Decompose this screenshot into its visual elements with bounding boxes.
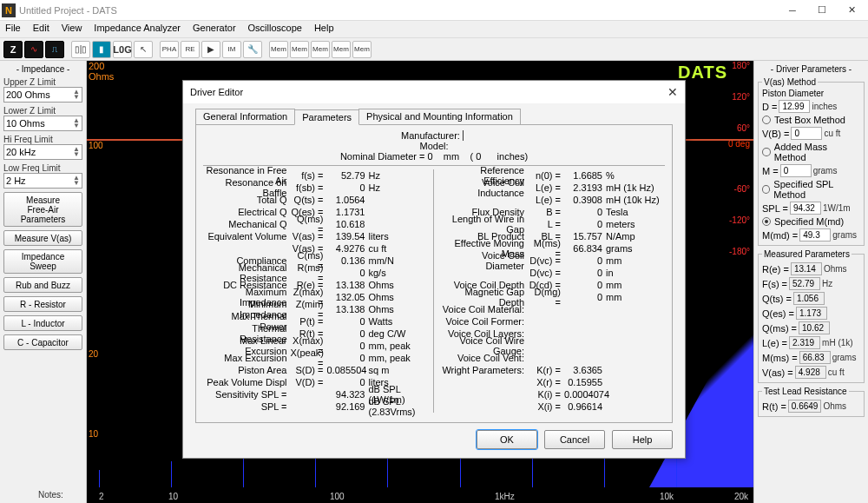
tool-log[interactable]: L0G (113, 41, 132, 58)
x-tick: 2 (99, 492, 104, 501)
maximize-button[interactable]: ☐ (807, 1, 837, 20)
right-panel: - Driver Parameters - V(as) Method Pisto… (753, 61, 868, 503)
close-button[interactable]: ✕ (837, 1, 866, 20)
help-button[interactable]: Help (612, 430, 673, 449)
tab-physical[interactable]: Physical and Mounting Information (358, 109, 521, 124)
tool-mem3[interactable]: Mem (311, 41, 330, 58)
menu-view[interactable]: View (62, 23, 82, 36)
y-right-tick: -120° (729, 215, 750, 225)
tool-cursor[interactable]: ↖ (134, 41, 153, 58)
measured-fieldset: Measured Parameters R(e) =13.14Ohms F(s)… (758, 249, 865, 383)
driver-editor-dialog: Driver Editor ✕ General Information Para… (182, 80, 686, 459)
tool-pha[interactable]: PHA (160, 41, 179, 58)
upper-z-input[interactable]: 200 Ohms▲▼ (3, 87, 82, 103)
notes-label: Notes: (38, 490, 63, 500)
r-resistor-button[interactable]: R - Resistor (3, 296, 82, 312)
y-left-label: 200Ohms (89, 61, 114, 82)
left-panel: - Impedance - Upper Z Limit 200 Ohms▲▼ L… (0, 61, 87, 503)
spl-input[interactable]: 94.32 (790, 202, 821, 215)
menu-oscilloscope[interactable]: Oscilloscope (248, 23, 302, 36)
window-title: Untitled Project - DATS (19, 5, 117, 16)
lower-z-input[interactable]: 10 Ohms▲▼ (3, 116, 82, 131)
tab-general[interactable]: General Information (195, 109, 295, 124)
tool-mem1[interactable]: Mem (269, 41, 288, 58)
mms-value: 66.83 (799, 351, 831, 364)
measure-vas-button[interactable]: Measure V(as) (3, 230, 82, 246)
tool-wrench[interactable]: 🔧 (243, 41, 262, 58)
test-box-radio[interactable] (762, 116, 771, 124)
menu-edit[interactable]: Edit (33, 23, 49, 36)
y-right-tick: 120° (732, 92, 750, 102)
c-capacitor-button[interactable]: C - Capacitor (3, 334, 82, 350)
param-row: X(i) =0.96614 (441, 400, 666, 413)
nominal-diameter-value[interactable]: 0 (428, 151, 433, 162)
tool-mem2[interactable]: Mem (290, 41, 309, 58)
x-tick: 10 (168, 492, 178, 501)
vas-legend: V(as) Method (762, 77, 818, 87)
tool-mem5[interactable]: Mem (352, 41, 372, 58)
vas-method-fieldset: V(as) Method Piston Diameter D =12.99inc… (758, 77, 865, 246)
menu-generator[interactable]: Generator (193, 23, 236, 36)
param-row: Voice Coil Former: (441, 315, 666, 328)
vb-input[interactable]: 0 (791, 127, 822, 140)
rub-buzz-button[interactable]: Rub and Buzz (3, 277, 82, 293)
tlr-legend: Test Lead Resistance (762, 387, 849, 396)
added-mass-radio[interactable] (762, 148, 771, 156)
param-row: K(i) =0.0004074 (441, 388, 666, 400)
piston-d-input[interactable]: 12.99 (779, 100, 810, 113)
ok-button[interactable]: OK (477, 430, 537, 449)
measured-legend: Measured Parameters (762, 249, 852, 259)
tool-re[interactable]: RE (181, 41, 200, 58)
tool-im[interactable]: IM (222, 41, 241, 58)
impedance-sweep-button[interactable]: Impedance Sweep (3, 249, 82, 274)
cancel-button[interactable]: Cancel (544, 430, 605, 449)
y-right-tick: 60° (737, 123, 750, 133)
param-row: Voice Coil InductanceL(e) =2.3193mH (1k … (441, 182, 666, 194)
tool-mem4[interactable]: Mem (332, 41, 351, 58)
param-row: Voice Coil Vent: (441, 352, 666, 364)
dialog-title: Driver Editor (190, 87, 243, 97)
tool-chart[interactable]: ▮ (92, 41, 111, 58)
tool-z[interactable]: Z (3, 41, 23, 58)
vas-value: 4.928 (795, 366, 826, 379)
nominal-diameter-label: Nominal Diameter = (340, 151, 425, 162)
tool-layout[interactable]: ▯|▯ (71, 41, 90, 58)
y-left-tick: 20 (89, 349, 98, 359)
x-tick: 100 (330, 492, 345, 501)
param-row: X(r) =0.15955 (441, 376, 666, 388)
param-row: Wright Parameters:K(r) =3.6365 (441, 364, 666, 376)
param-row: Resonance on Bafflef(sb) =0Hz (203, 182, 428, 194)
hi-freq-input[interactable]: 20 kHz▲▼ (3, 144, 82, 160)
spec-spl-radio[interactable] (762, 185, 770, 194)
minimize-button[interactable]: ─ (778, 1, 807, 20)
measure-free-air-button[interactable]: Measure Free-Air Parameters (3, 192, 82, 227)
manufacturer-input[interactable] (463, 130, 467, 141)
m-input[interactable]: 0 (780, 164, 812, 177)
mmd-input[interactable]: 49.3 (799, 228, 831, 242)
menu-help[interactable]: Help (314, 23, 334, 36)
qms-value: 10.62 (799, 321, 830, 334)
dialog-close-icon[interactable]: ✕ (667, 85, 678, 99)
qes-value: 1.173 (796, 307, 827, 320)
l-inductor-button[interactable]: L - Inductor (3, 315, 82, 331)
tool-sine[interactable]: ∿ (24, 41, 43, 58)
rt-value: 0.6649 (788, 400, 822, 413)
x-tick: 20k (734, 492, 748, 501)
low-freq-input[interactable]: 2 Hz▲▼ (3, 173, 82, 189)
toolbar: Z ∿ ⎍ ▯|▯ ▮ L0G ↖ PHA RE ▶ IM 🔧 Mem Mem … (0, 38, 868, 61)
param-row: Length of Wire in GapL =0meters (441, 218, 666, 230)
test-lead-fieldset: Test Lead Resistance R(t) =0.6649Ohms (758, 387, 865, 417)
x-tick: 1kHz (495, 492, 515, 501)
re-value: 13.14 (791, 262, 822, 275)
param-row: Total QQ(ts) =1.0564 (203, 194, 428, 206)
tool-play[interactable]: ▶ (201, 41, 220, 58)
menu-file[interactable]: File (5, 23, 21, 36)
tool-scope[interactable]: ⎍ (45, 41, 64, 58)
param-row: Piston AreaS(D) =0.085504sq m (203, 364, 428, 376)
spec-mmd-radio[interactable] (762, 217, 771, 226)
tab-parameters[interactable]: Parameters (294, 109, 359, 125)
menu-impedance[interactable]: Impedance Analyzer (94, 23, 181, 36)
y-right-tick: -180° (729, 247, 750, 256)
hi-freq-label: Hi Freq Limit (3, 135, 82, 144)
low-freq-label: Low Freq Limit (3, 163, 82, 173)
